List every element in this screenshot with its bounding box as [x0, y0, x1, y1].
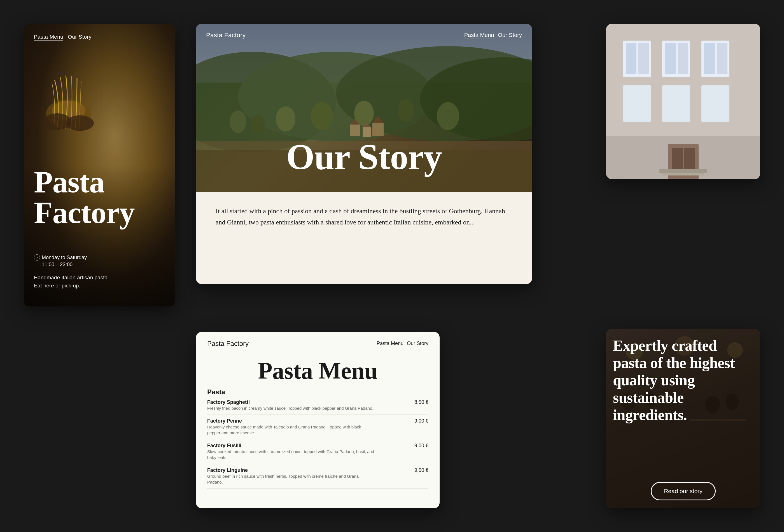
menu-header: Pasta Factory Pasta Menu Our Story: [196, 332, 440, 353]
svg-rect-32: [704, 43, 715, 74]
svg-rect-41: [660, 169, 707, 173]
menu-item-desc: Freshly fried bacon in creamy white sauc…: [207, 405, 373, 411]
menu-section-title: Pasta: [207, 388, 428, 396]
svg-rect-26: [626, 43, 637, 74]
hours-days: Monday to Saturday: [42, 254, 87, 261]
hours-info: Monday to Saturday 11:00 – 23:00: [34, 254, 169, 268]
svg-rect-33: [717, 43, 727, 74]
promo-card: Expertly crafted pasta of the highest qu…: [606, 329, 760, 508]
menu-page-title: Pasta Menu: [196, 353, 440, 388]
menu-item-info: Factory Fusilli Slow-cooked tomato sauce…: [207, 443, 375, 460]
landscape-brand: Pasta Factory: [206, 32, 246, 39]
mobile-card: Pasta Menu Our Story Pasta Factory Monda…: [24, 24, 175, 306]
svg-rect-35: [662, 85, 690, 122]
menu-pasta-link[interactable]: Pasta Menu: [376, 341, 403, 347]
landscape-title: Our Story: [196, 136, 532, 178]
menu-item-desc: Heavenly cheese sauce made with Taleggio…: [207, 424, 375, 436]
landscape-pasta-menu-link[interactable]: Pasta Menu: [464, 32, 494, 39]
menu-item-info: Factory Linguine Ground beef in rich sau…: [207, 467, 375, 485]
landscape-our-story-link[interactable]: Our Story: [498, 32, 522, 39]
read-story-button[interactable]: Read our story: [651, 482, 716, 500]
landscape-text-section: It all started with a pinch of passion a…: [196, 192, 532, 284]
menu-brand: Pasta Factory: [207, 340, 249, 348]
eat-here-link[interactable]: Eat here: [34, 283, 54, 289]
svg-rect-30: [678, 43, 688, 74]
menu-item-info: Factory Spaghetti Freshly fried bacon in…: [207, 400, 373, 411]
svg-point-3: [66, 115, 94, 131]
landscape-story-title: Our Story: [196, 136, 532, 178]
mobile-footer: Monday to Saturday 11:00 – 23:00 Handmad…: [34, 254, 169, 290]
menu-item-price: 9,00 €: [414, 443, 428, 460]
svg-rect-34: [623, 85, 651, 122]
menu-story-link[interactable]: Our Story: [407, 341, 428, 347]
our-story-hero: Pasta Factory Pasta Menu Our Story Our S…: [196, 24, 532, 192]
pasta-illustration: [32, 57, 105, 147]
menu-item: Factory Penne Heavenly cheese sauce made…: [207, 418, 428, 439]
mobile-nav: Pasta Menu Our Story: [34, 34, 165, 40]
our-story-link[interactable]: Our Story: [68, 34, 91, 40]
menu-item-price: 8,50 €: [414, 400, 428, 411]
clock-icon: [34, 255, 40, 261]
menu-section: Pasta Factory Spaghetti Freshly fried ba…: [196, 388, 440, 489]
menu-item-desc: Slow-cooked tomato sauce with caramelize…: [207, 449, 375, 460]
hours-time: 11:00 – 23:00: [42, 261, 87, 268]
building-svg: [606, 24, 760, 179]
svg-rect-36: [701, 85, 729, 122]
mobile-title: Pasta Factory: [34, 167, 169, 228]
landscape-nav: Pasta Factory Pasta Menu Our Story: [206, 32, 522, 39]
svg-rect-29: [665, 43, 676, 74]
promo-title: Expertly crafted pasta of the highest qu…: [613, 337, 754, 424]
menu-item-info: Factory Penne Heavenly cheese sauce made…: [207, 418, 375, 436]
menu-nav: Pasta Menu Our Story: [376, 341, 428, 347]
tagline: Handmade Italian artisan pasta. Eat here…: [34, 274, 169, 290]
building-photo: [606, 24, 760, 179]
pasta-menu-link[interactable]: Pasta Menu: [34, 34, 63, 40]
menu-item: Factory Fusilli Slow-cooked tomato sauce…: [207, 443, 428, 464]
menu-item-desc: Ground beef in rich sauce with fresh her…: [207, 473, 375, 485]
mobile-hero-title: Pasta Factory: [34, 167, 169, 228]
menu-item-price: 9,00 €: [414, 418, 428, 436]
menu-item-price: 9,50 €: [414, 467, 428, 485]
menu-item: Factory Spaghetti Freshly fried bacon in…: [207, 400, 428, 415]
menu-item-name: Factory Spaghetti: [207, 400, 373, 405]
menu-item: Factory Linguine Ground beef in rich sau…: [207, 467, 428, 489]
story-body-text: It all started with a pinch of passion a…: [216, 206, 512, 228]
menu-item-name: Factory Linguine: [207, 467, 375, 473]
page-wrapper: Pasta Menu Our Story Pasta Factory Monda…: [0, 0, 784, 532]
our-story-card: Pasta Factory Pasta Menu Our Story Our S…: [196, 24, 532, 284]
svg-rect-42: [662, 173, 704, 175]
menu-item-name: Factory Penne: [207, 418, 375, 424]
svg-rect-27: [638, 43, 649, 74]
promo-content: Expertly crafted pasta of the highest qu…: [606, 329, 760, 508]
menu-card: Pasta Factory Pasta Menu Our Story Pasta…: [196, 332, 440, 508]
landscape-nav-links: Pasta Menu Our Story: [464, 32, 522, 39]
menu-item-name: Factory Fusilli: [207, 443, 375, 449]
